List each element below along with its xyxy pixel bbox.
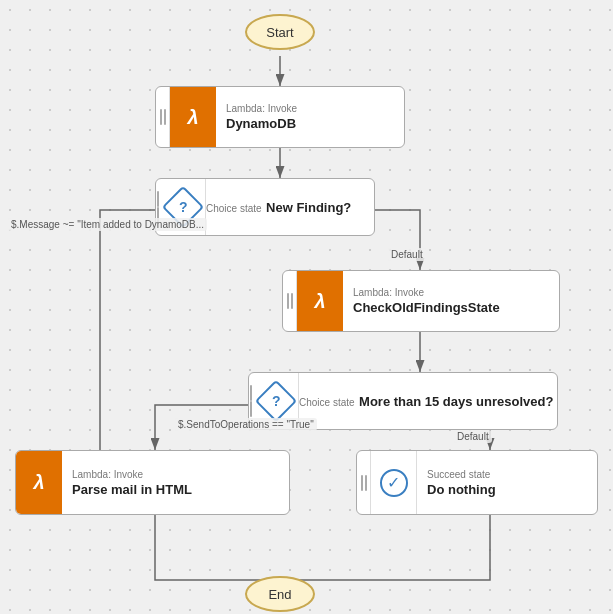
end-label: End	[268, 587, 291, 602]
lambda-icon-box-2: λ	[297, 271, 343, 331]
workflow-diagram: Start λ Lambda: Invoke DynamoDB ? Choice…	[0, 0, 613, 614]
pause-bar-7	[250, 385, 252, 401]
pause-indicator-3	[283, 271, 297, 331]
parse-mail-label-box: Lambda: Invoke Parse mail in HTML	[62, 463, 202, 503]
pause-bar-8	[250, 401, 252, 417]
parse-mail-main-label: Parse mail in HTML	[72, 482, 192, 497]
start-label: Start	[266, 25, 293, 40]
lambda-icon-3: λ	[33, 471, 44, 494]
do-nothing-main-label: Do nothing	[427, 482, 496, 497]
new-finding-main-label: New Finding?	[266, 200, 351, 215]
parse-mail-sub-label: Lambda: Invoke	[72, 469, 192, 480]
dynamodb-sub-label: Lambda: Invoke	[226, 103, 297, 114]
do-nothing-label-box: Succeed state Do nothing	[417, 463, 506, 503]
more-15-label-box: Choice state More than 15 days unresolve…	[299, 392, 553, 410]
lambda-icon: λ	[187, 106, 198, 129]
pause-bar-2	[164, 109, 166, 125]
do-nothing-node[interactable]: ✓ Succeed state Do nothing	[356, 450, 598, 515]
end-node: End	[245, 576, 315, 612]
check-old-node[interactable]: λ Lambda: Invoke CheckOldFindingsState	[282, 270, 560, 332]
new-finding-false-label: $.Message ~= "Item added to DynamoDB...	[8, 218, 207, 231]
check-old-default-label: Default	[388, 248, 426, 261]
check-old-label-box: Lambda: Invoke CheckOldFindingsState	[343, 281, 510, 321]
lambda-icon-box: λ	[170, 87, 216, 147]
pause-indicator-5	[357, 451, 371, 514]
pause-bar-9	[361, 475, 363, 491]
more-15-default-label: Default	[454, 430, 492, 443]
question-mark-1: ?	[178, 199, 187, 215]
succeed-circle: ✓	[380, 469, 408, 497]
pause-bar-3	[157, 191, 159, 207]
new-finding-label-box: Choice state New Finding?	[206, 198, 351, 216]
question-mark-2: ?	[271, 393, 280, 409]
more-15-true-label: $.SendToOperations == "True"	[175, 418, 317, 431]
dynamodb-main-label: DynamoDB	[226, 116, 297, 131]
more-15-sub-label: Choice state	[299, 397, 355, 408]
start-node: Start	[245, 14, 315, 50]
lambda-icon-box-3: λ	[16, 451, 62, 514]
parse-mail-node[interactable]: λ Lambda: Invoke Parse mail in HTML	[15, 450, 290, 515]
do-nothing-sub-label: Succeed state	[427, 469, 496, 480]
succeed-icon-box: ✓	[371, 451, 417, 514]
choice-diamond-2: ?	[254, 380, 296, 422]
dynamodb-node[interactable]: λ Lambda: Invoke DynamoDB	[155, 86, 405, 148]
more-15-main-label: More than 15 days unresolved?	[359, 394, 553, 409]
lambda-icon-2: λ	[314, 290, 325, 313]
pause-bar-1	[160, 109, 162, 125]
pause-bar-10	[365, 475, 367, 491]
dynamodb-label-box: Lambda: Invoke DynamoDB	[216, 97, 307, 137]
pause-bar-5	[287, 293, 289, 309]
pause-indicator	[156, 87, 170, 147]
check-old-main-label: CheckOldFindingsState	[353, 300, 500, 315]
check-old-sub-label: Lambda: Invoke	[353, 287, 500, 298]
pause-bar-6	[291, 293, 293, 309]
new-finding-sub-label: Choice state	[206, 203, 262, 214]
